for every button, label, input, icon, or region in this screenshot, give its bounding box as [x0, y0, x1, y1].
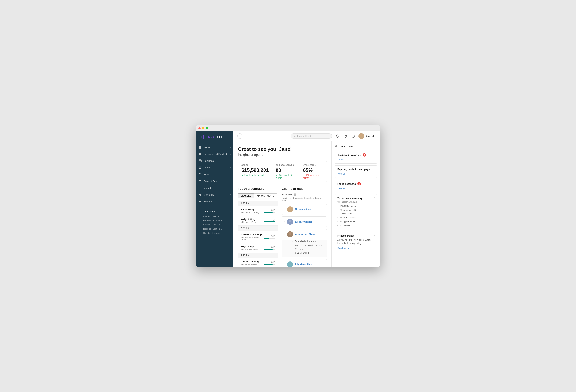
class-instructor: with Joyce Parker — [241, 221, 264, 223]
two-col-layout: Today's schedule CLASSES APPOINTMENTS 1:… — [238, 187, 327, 267]
class-instructor: with Camilla Lewis — [241, 248, 264, 250]
sidebar-collapse-button[interactable]: ‹ — [237, 133, 242, 139]
risk-detail-item: Made 0 bookings in the last 30 days — [292, 243, 324, 251]
sidebar-item-home[interactable]: Home › — [196, 144, 233, 151]
topbar: ‹ — [233, 131, 380, 141]
svg-point-13 — [200, 201, 201, 202]
avatar-lily: LG — [287, 261, 293, 267]
user-avatar — [358, 133, 364, 139]
risk-item-lily: › LG Lily González — [282, 259, 327, 267]
notif-link-failed-autopays[interactable]: View all — [337, 187, 345, 190]
svg-rect-0 — [199, 153, 200, 154]
titlebar — [196, 125, 380, 131]
close-btn[interactable] — [198, 127, 201, 129]
stat-clients-value: 93 — [276, 167, 296, 173]
notif-card-yesterday: × Yesterday's summary Wednesday, June 22… — [335, 194, 377, 230]
time-header-130: 1:30 PM — [238, 201, 278, 206]
stat-utilization-value: 65% — [303, 167, 323, 173]
notif-link-expiring-intro[interactable]: View all — [338, 158, 346, 161]
quick-links-header[interactable]: ☆ Quick Links ∨ — [196, 209, 233, 214]
notifications-icon[interactable] — [335, 133, 340, 139]
stat-utilization-label: UTILIZATION — [303, 164, 323, 166]
notif-title-expiring-cards: Expiring cards for autopays — [337, 168, 370, 171]
schedule-list: 1:30 PM Kickboxing with Joseph Chang 8/1… — [238, 201, 278, 267]
sidebar-item-clients[interactable]: Clients › — [196, 164, 233, 171]
svg-point-21 — [289, 207, 291, 210]
sidebar-item-label: Bookings — [204, 159, 230, 162]
history-icon[interactable] — [350, 133, 356, 139]
class-name: Yoga Sculpt — [241, 245, 264, 248]
sidebar-item-settings[interactable]: Settings — [196, 198, 233, 205]
schedule-item-circuit[interactable]: Circuit Training with Noah Porter 8/10 — [238, 258, 278, 267]
sidebar-item-label: Staff — [204, 173, 231, 176]
sidebar-item-services[interactable]: Services and Products › — [196, 151, 233, 157]
app-window: ENZO FIT Home › Services and P — [196, 125, 380, 267]
user-menu[interactable]: Jane M ∨ — [358, 133, 376, 139]
sidebar-item-pos[interactable]: Point of Sale — [196, 178, 233, 184]
minimize-btn[interactable] — [202, 127, 204, 129]
maximize-btn[interactable] — [206, 127, 208, 129]
close-fitness-button[interactable]: × — [374, 234, 375, 237]
stats-row: SALES $15,593,201 ▲ 2% since last month … — [238, 161, 327, 182]
stat-clients-change: ▲ 3% since last month — [276, 174, 296, 179]
summary-item: 45 products sold — [337, 208, 374, 212]
sidebar-item-bookings[interactable]: Bookings › — [196, 157, 233, 164]
search-input[interactable] — [297, 135, 329, 137]
capacity-fill — [264, 212, 273, 212]
sidebar-item-marketing[interactable]: Marketing › — [196, 191, 233, 198]
quick-link-accounts[interactable]: Clients | Account... — [196, 231, 233, 235]
sidebar-logo: ENZO FIT — [196, 131, 233, 142]
quick-link-reports[interactable]: Reports | Section... — [196, 227, 233, 231]
avatar-nicole — [287, 206, 293, 212]
risk-details-alexander: Cancelled 4 bookings Made 0 bookings in … — [292, 240, 324, 255]
risk-item-header-lily[interactable]: › LG Lily González — [282, 259, 327, 267]
client-name-nicole: Nicole Wilson — [295, 208, 312, 211]
read-article-link[interactable]: Read article — [337, 247, 349, 250]
tab-classes[interactable]: CLASSES — [238, 193, 254, 198]
class-name: Circuit Training — [241, 260, 264, 263]
risk-item-header-nicole[interactable]: › Nicole Wilson — [282, 204, 327, 215]
sidebar-item-label: Home — [204, 146, 230, 149]
help-icon[interactable] — [343, 133, 348, 139]
class-instructor: with Liz Roseman in Room 1 — [241, 236, 264, 241]
quick-link-classes[interactable]: Classes | Class S... — [196, 223, 233, 227]
clients-at-risk-title: Clients at risk — [282, 187, 327, 191]
chevron-right-icon: › — [285, 263, 285, 266]
user-icon — [198, 166, 202, 169]
quick-link-clients-profile[interactable]: Clients | Client P... — [196, 214, 233, 218]
risk-item-header-carla[interactable]: › Carla Walters — [282, 216, 327, 227]
notif-card-expiring-cards: Expiring cards for autopays View all — [335, 165, 377, 178]
svg-point-8 — [200, 182, 200, 182]
capacity-fill — [264, 238, 269, 239]
stat-clients: CLIENTS SERVED 93 ▲ 3% since last month — [272, 161, 300, 182]
notif-card-failed-autopays: Failed autopays 2 View all — [335, 180, 377, 192]
notifications-panel: Notifications Expiring intro offers 3 Vi… — [331, 141, 380, 267]
schedule-tabs: CLASSES APPOINTMENTS — [238, 193, 278, 198]
megaphone-icon — [198, 193, 202, 196]
svg-point-19 — [360, 134, 362, 137]
sidebar-item-staff[interactable]: Staff — [196, 171, 233, 178]
svg-rect-1 — [200, 153, 201, 154]
quick-link-retail-pos[interactable]: Retail Point of Sale — [196, 218, 233, 223]
schedule-item-weightlifting[interactable]: Weightlifting with Joyce Parker Full — [238, 216, 278, 226]
risk-subtitle: Heads up - these clients might not come … — [282, 197, 327, 202]
close-yesterday-button[interactable]: × — [374, 196, 375, 199]
schedule-item-yoga[interactable]: Yoga Sculpt with Camilla Lewis 8/10 — [238, 243, 278, 253]
schedule-item-bootcamp[interactable]: 6 Week Bootcamp with Liz Roseman in Room… — [238, 231, 278, 243]
risk-list: › Nicole Wilson — [282, 204, 327, 267]
schedule-item-kickboxing[interactable]: Kickboxing with Joseph Chang 8/10 — [238, 206, 278, 216]
sidebar-item-label: Insights — [204, 186, 230, 189]
topbar-icons: Jane M ∨ — [335, 133, 376, 139]
sidebar-item-label: Settings — [204, 200, 231, 203]
tab-appointments[interactable]: APPOINTMENTS — [254, 193, 277, 198]
capacity-bar — [264, 249, 275, 249]
notif-link-expiring-cards[interactable]: View all — [337, 172, 345, 175]
summary-item: 3 new clients — [337, 212, 374, 216]
user-chevron-icon: ∨ — [375, 135, 376, 137]
search-wrapper — [291, 133, 332, 139]
time-header-415: 4:15 PM — [238, 253, 278, 258]
risk-item-header-alexander[interactable]: › Alexander Shaw — [282, 229, 327, 240]
home-icon — [198, 146, 202, 149]
logo-text: ENZO FIT — [205, 135, 223, 139]
sidebar-item-insights[interactable]: Insights › — [196, 184, 233, 191]
